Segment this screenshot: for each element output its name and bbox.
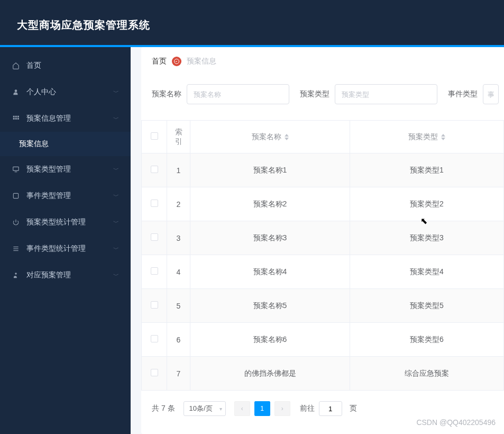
page-next-button[interactable]: › <box>274 401 290 416</box>
col-header-name[interactable]: 预案名称 <box>190 121 350 153</box>
sidebar-item-label: 事件类型管理 <box>26 191 71 201</box>
row-checkbox[interactable] <box>151 369 158 376</box>
sidebar-subitem-label: 预案信息 <box>19 139 49 149</box>
sidebar-item-label: 预案类型管理 <box>26 165 71 174</box>
breadcrumb-current: 预案信息 <box>187 57 216 66</box>
home-icon <box>12 61 20 70</box>
sidebar-item-plan-type-stats[interactable]: 预案类型统计管理 ﹀ <box>0 209 131 236</box>
sidebar-item-corresponding-plan[interactable]: 对应预案管理 ﹀ <box>0 262 131 288</box>
power-icon <box>12 218 20 227</box>
sidebar-item-plan-type-mgmt[interactable]: 预案类型管理 ﹀ <box>0 156 131 183</box>
table-header-row: 索引 预案名称 预案类型 <box>142 121 504 153</box>
sidebar-item-plan-info-mgmt[interactable]: 预案信息管理 ﹀ <box>0 105 131 132</box>
page-prev-button[interactable]: ‹ <box>234 401 250 416</box>
sort-icon[interactable] <box>441 134 445 140</box>
chevron-down-icon: ﹀ <box>113 219 119 227</box>
row-checkbox[interactable] <box>151 233 158 241</box>
cell-type: 预案类型3 <box>350 221 504 255</box>
sidebar-item-profile[interactable]: 个人中心 ﹀ <box>0 79 131 105</box>
svg-rect-5 <box>15 118 17 120</box>
svg-point-0 <box>15 89 17 92</box>
cell-name: 的佛挡杀佛都是 <box>190 357 350 391</box>
table-row[interactable]: 3预案名称3预案类型3 <box>142 221 504 255</box>
sidebar: 首页 个人中心 ﹀ 预案信息管理 ﹀ 预案信息 预案类型管理 ﹀ 事件类型管理 … <box>0 47 131 434</box>
sort-icon[interactable] <box>285 134 289 140</box>
row-checkbox[interactable] <box>151 166 158 173</box>
page-jump-input[interactable] <box>319 401 342 416</box>
monitor-icon <box>12 165 20 174</box>
table-row[interactable]: 6预案名称6预案类型6 <box>142 323 504 357</box>
row-checkbox[interactable] <box>151 335 158 342</box>
select-all-checkbox[interactable] <box>151 132 158 140</box>
pagination: 共 7 条 10条/页 ▾ ‹ 1 › 前往 页 <box>141 401 504 416</box>
sidebar-item-label: 个人中心 <box>26 87 56 97</box>
cell-index: 2 <box>167 187 190 221</box>
sidebar-subitem-plan-info[interactable]: 预案信息 <box>0 132 131 156</box>
col-header-type[interactable]: 预案类型 <box>350 121 504 153</box>
sidebar-item-label: 预案类型统计管理 <box>26 218 86 227</box>
search-input-name[interactable] <box>187 84 289 104</box>
cell-index: 4 <box>167 255 190 289</box>
search-input-type[interactable] <box>335 84 437 104</box>
sidebar-item-event-type-stats[interactable]: 事件类型统计管理 ﹀ <box>0 236 131 262</box>
cell-type: 预案类型6 <box>350 323 504 357</box>
breadcrumb-badge-icon <box>172 57 181 66</box>
row-checkbox[interactable] <box>151 200 158 207</box>
breadcrumb-home[interactable]: 首页 <box>152 57 167 66</box>
person-icon <box>12 271 20 279</box>
table-row[interactable]: 1预案名称1预案类型1 <box>142 153 504 187</box>
cell-name: 预案名称5 <box>190 289 350 323</box>
square-icon <box>12 192 20 200</box>
svg-rect-1 <box>13 116 15 117</box>
chevron-down-icon: ﹀ <box>113 272 119 279</box>
row-checkbox[interactable] <box>151 267 158 275</box>
page-size-select[interactable]: 10条/页 ▾ <box>184 401 226 416</box>
cell-type: 预案类型1 <box>350 153 504 187</box>
search-label-type: 预案类型 <box>300 89 329 99</box>
search-label-event: 事件类型 <box>448 89 478 99</box>
cell-name: 预案名称3 <box>190 221 350 255</box>
row-checkbox[interactable] <box>151 301 158 309</box>
data-table: 索引 预案名称 预案类型 1预案名称1预案类型12预案名称2预案类型23预案名称… <box>141 120 504 391</box>
search-label-name: 预案名称 <box>152 89 181 99</box>
svg-rect-2 <box>15 116 17 117</box>
sidebar-item-home[interactable]: 首页 <box>0 52 131 79</box>
col-header-index: 索引 <box>167 121 190 153</box>
table-row[interactable]: 2预案名称2预案类型2 <box>142 187 504 221</box>
chevron-down-icon: ﹀ <box>113 245 119 253</box>
svg-rect-4 <box>13 118 15 120</box>
sidebar-item-label: 事件类型统计管理 <box>26 244 86 254</box>
cell-name: 预案名称4 <box>190 255 350 289</box>
cell-type: 预案类型4 <box>350 255 504 289</box>
table-row[interactable]: 4预案名称4预案类型4 <box>142 255 504 289</box>
list-icon <box>12 245 20 253</box>
breadcrumb: 首页 预案信息 <box>141 47 504 74</box>
chevron-down-icon: ﹀ <box>113 192 119 200</box>
header: 大型商场应急预案管理系统 <box>0 5 504 45</box>
page-number-button[interactable]: 1 <box>254 401 270 416</box>
table-row[interactable]: 5预案名称5预案类型5 <box>142 289 504 323</box>
cell-name: 预案名称2 <box>190 187 350 221</box>
user-icon <box>12 88 20 96</box>
sidebar-item-label: 对应预案管理 <box>26 270 71 280</box>
search-row: 预案名称 预案类型 事件类型 <box>141 74 504 120</box>
cell-index: 5 <box>167 289 190 323</box>
cell-type: 预案类型5 <box>350 289 504 323</box>
page-jump-label: 前往 <box>300 404 315 413</box>
topbar <box>0 0 504 5</box>
page-jump-suffix: 页 <box>350 404 357 413</box>
cell-index: 6 <box>167 323 190 357</box>
app-title: 大型商场应急预案管理系统 <box>17 18 150 32</box>
chevron-down-icon: ▾ <box>219 406 222 412</box>
cell-name: 预案名称6 <box>190 323 350 357</box>
cell-name: 预案名称1 <box>190 153 350 187</box>
sidebar-item-event-type-mgmt[interactable]: 事件类型管理 ﹀ <box>0 183 131 209</box>
cell-type: 预案类型2 <box>350 187 504 221</box>
sidebar-item-label: 首页 <box>26 61 41 70</box>
search-input-event[interactable] <box>483 84 499 104</box>
page-total: 共 7 条 <box>152 404 175 413</box>
chevron-down-icon: ﹀ <box>113 88 119 96</box>
chevron-down-icon: ﹀ <box>113 166 119 174</box>
svg-rect-6 <box>17 118 19 120</box>
table-row[interactable]: 7的佛挡杀佛都是综合应急预案 <box>142 357 504 391</box>
